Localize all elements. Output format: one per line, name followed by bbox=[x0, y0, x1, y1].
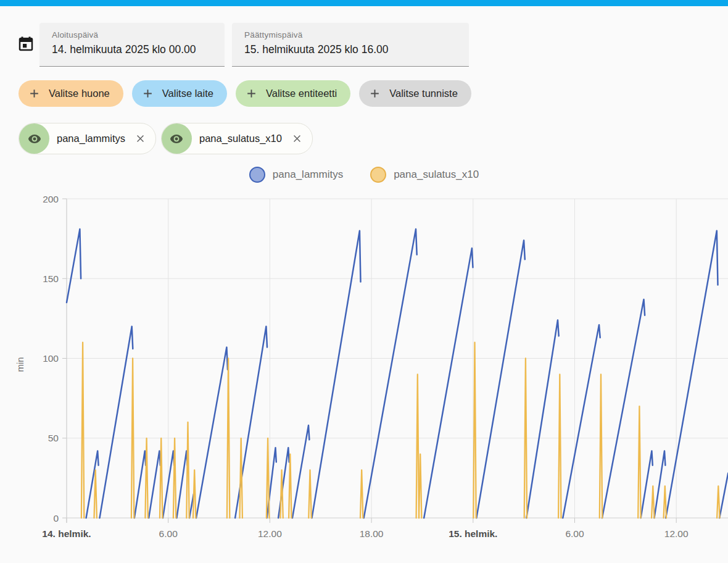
sawtooth-segment bbox=[67, 229, 81, 302]
sawtooth-segment bbox=[666, 231, 718, 518]
sawtooth-segment bbox=[424, 248, 473, 518]
sawtooth-segment bbox=[149, 451, 160, 518]
spike bbox=[416, 374, 419, 518]
entity-chip-pana-lammitys[interactable]: pana_lammitys bbox=[19, 123, 156, 154]
visibility-toggle[interactable] bbox=[162, 123, 192, 154]
select-tag-label: Valitse tunniste bbox=[389, 88, 458, 99]
select-entity-label: Valitse entiteetti bbox=[266, 88, 337, 99]
select-room-chip[interactable]: Valitse huone bbox=[19, 80, 123, 107]
legend-label: pana_lammitys bbox=[273, 169, 343, 181]
chart-legend: pana_lammitys pana_sulatus_x10 bbox=[0, 167, 728, 183]
sawtooth-segment bbox=[719, 473, 728, 518]
spike bbox=[289, 454, 291, 518]
start-date-field[interactable]: Aloituspäivä 14. helmikuuta 2025 klo 00.… bbox=[39, 23, 225, 67]
spike bbox=[240, 438, 242, 518]
x-axis-tick-label: 6.00 bbox=[565, 528, 584, 539]
select-entity-chip[interactable]: Valitse entiteetti bbox=[236, 80, 350, 107]
start-date-label: Aloituspäivä bbox=[52, 30, 225, 40]
spike bbox=[94, 470, 97, 518]
legend-label: pana_sulatus_x10 bbox=[394, 169, 479, 181]
select-device-chip[interactable]: Valitse laite bbox=[132, 80, 227, 107]
x-axis-tick-label: 6.00 bbox=[159, 528, 178, 539]
spike bbox=[600, 374, 602, 518]
entity-chip-label: pana_lammitys bbox=[57, 133, 125, 144]
select-tag-chip[interactable]: Valitse tunniste bbox=[359, 80, 471, 107]
plus-icon bbox=[28, 88, 40, 99]
plus-icon bbox=[246, 88, 257, 99]
y-axis-title: min bbox=[15, 357, 25, 372]
spike bbox=[145, 438, 147, 518]
sawtooth-segment bbox=[134, 451, 146, 518]
spike bbox=[173, 438, 176, 518]
sawtooth-segment bbox=[292, 425, 310, 518]
selected-entities-row: pana_lammitys pana_sulatus_x10 bbox=[19, 123, 313, 154]
calendar-icon[interactable] bbox=[17, 35, 35, 53]
start-date-value: 14. helmikuuta 2025 klo 00.00 bbox=[52, 43, 225, 56]
x-axis-tick-label: 12.00 bbox=[258, 528, 282, 539]
sawtooth-segment bbox=[100, 327, 133, 518]
sawtooth-segment bbox=[196, 347, 228, 518]
visibility-toggle[interactable] bbox=[19, 123, 49, 154]
spike bbox=[280, 470, 283, 518]
y-axis-tick-label: 50 bbox=[48, 433, 59, 443]
y-axis-tick-label: 0 bbox=[53, 513, 59, 523]
spike bbox=[664, 486, 666, 518]
remove-entity-icon[interactable] bbox=[135, 133, 146, 144]
legend-item-pana-lammitys[interactable]: pana_lammitys bbox=[249, 167, 343, 183]
select-room-label: Valitse huone bbox=[49, 88, 110, 99]
series-pana_lammitys bbox=[67, 229, 728, 518]
x-axis-tick-label: 12.00 bbox=[664, 528, 689, 539]
filter-chips-row: Valitse huone Valitse laite Valitse enti… bbox=[19, 80, 471, 107]
plus-icon bbox=[369, 88, 381, 99]
sawtooth-segment bbox=[312, 231, 361, 518]
legend-item-pana-sulatus[interactable]: pana_sulatus_x10 bbox=[370, 167, 479, 183]
y-axis-tick-label: 100 bbox=[43, 353, 59, 364]
sawtooth-segment bbox=[526, 320, 558, 519]
spike bbox=[193, 470, 196, 518]
y-axis-tick-label: 200 bbox=[43, 194, 59, 204]
select-device-label: Valitse laite bbox=[162, 88, 213, 99]
spike bbox=[473, 343, 476, 518]
entity-chip-pana-sulatus[interactable]: pana_sulatus_x10 bbox=[161, 123, 313, 154]
spike bbox=[360, 470, 363, 518]
x-axis-tick-label: 18.00 bbox=[360, 528, 384, 539]
history-chart: 14. helmik.6.0012.0018.0015. helmik.6.00… bbox=[0, 193, 728, 563]
remove-entity-icon[interactable] bbox=[292, 133, 302, 144]
spike bbox=[558, 374, 561, 518]
sawtooth-segment bbox=[476, 240, 525, 518]
spike bbox=[308, 470, 311, 518]
eye-icon bbox=[27, 131, 43, 147]
series-pana_sulatus_x10 bbox=[81, 343, 720, 518]
end-date-field[interactable]: Päättymispäivä 15. helmikuuta 2025 klo 1… bbox=[232, 23, 469, 67]
sawtooth-segment bbox=[364, 229, 417, 518]
spike bbox=[419, 454, 421, 518]
spike bbox=[160, 438, 162, 518]
plus-icon bbox=[142, 88, 154, 99]
spike bbox=[717, 486, 719, 518]
spike bbox=[227, 359, 230, 519]
end-date-label: Päättymispäivä bbox=[244, 30, 469, 40]
spike bbox=[81, 343, 84, 518]
history-page: { "topbar": {"color": "#0aa7ec"}, "toolb… bbox=[0, 0, 728, 563]
sawtooth-segment bbox=[563, 325, 600, 518]
spike bbox=[524, 359, 527, 519]
end-date-value: 15. helmikuuta 2025 klo 16.00 bbox=[244, 43, 469, 56]
spike bbox=[186, 422, 189, 518]
spike bbox=[131, 359, 134, 519]
x-axis-tick-label: 14. helmik. bbox=[42, 528, 91, 539]
legend-marker bbox=[249, 167, 265, 183]
spike bbox=[651, 486, 654, 518]
x-axis-tick-label: 15. helmik. bbox=[449, 528, 497, 539]
eye-icon bbox=[168, 131, 184, 147]
spike bbox=[638, 406, 640, 518]
top-accent-bar bbox=[0, 0, 728, 6]
y-axis-tick-label: 150 bbox=[43, 273, 59, 284]
sawtooth-segment bbox=[641, 451, 653, 518]
legend-marker bbox=[370, 167, 386, 183]
sawtooth-segment bbox=[176, 451, 187, 518]
entity-chip-label: pana_sulatus_x10 bbox=[199, 133, 282, 144]
